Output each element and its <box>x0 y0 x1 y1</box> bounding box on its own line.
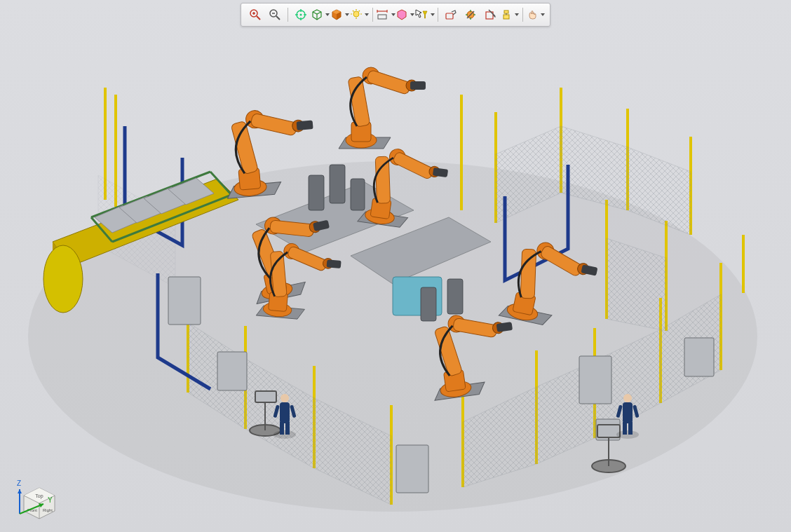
svg-line-40 <box>489 10 495 16</box>
dimension-button[interactable] <box>461 6 480 23</box>
svg-marker-127 <box>18 489 22 493</box>
fence-mesh <box>98 126 721 505</box>
svg-rect-43 <box>504 11 508 13</box>
svg-point-120 <box>250 425 280 436</box>
lighting-icon <box>351 9 362 20</box>
robot-cell <box>168 67 714 493</box>
svg-marker-76 <box>98 175 175 287</box>
svg-marker-69 <box>536 361 595 464</box>
svg-marker-104 <box>351 217 491 284</box>
render-style-icon <box>331 9 342 20</box>
svg-rect-106 <box>330 165 345 203</box>
toolbar-separator <box>288 8 288 22</box>
svg-marker-75 <box>607 238 666 331</box>
toolbar-separator <box>438 8 438 22</box>
chevron-down-icon <box>541 13 545 16</box>
toolbar-separator <box>372 8 373 22</box>
svg-marker-73 <box>561 126 628 210</box>
zoom-out-button[interactable] <box>266 6 284 23</box>
svg-marker-87 <box>168 178 214 205</box>
axis-z-label: Z <box>17 479 21 487</box>
svg-marker-65 <box>188 322 245 429</box>
svg-rect-113 <box>579 356 611 404</box>
svg-rect-115 <box>596 419 620 440</box>
svg-line-82 <box>91 217 112 242</box>
fit-view-button[interactable] <box>292 6 310 23</box>
box-select-button[interactable] <box>396 6 414 23</box>
svg-line-24 <box>359 11 360 12</box>
fixtures <box>309 165 463 321</box>
svg-line-80 <box>91 172 210 217</box>
control-cabinets <box>168 277 714 493</box>
lighting-button[interactable] <box>351 6 369 23</box>
sketch-tool-button[interactable] <box>442 6 460 23</box>
sketch-tool-icon <box>445 9 457 20</box>
chevron-down-icon <box>391 13 396 16</box>
svg-rect-32 <box>446 13 453 19</box>
svg-rect-28 <box>378 15 386 19</box>
chevron-down-icon <box>515 13 519 16</box>
svg-marker-68 <box>463 387 536 487</box>
svg-rect-114 <box>684 338 714 376</box>
chevron-down-icon <box>410 13 414 16</box>
svg-marker-30 <box>416 10 421 18</box>
grab-icon <box>527 9 538 20</box>
svg-marker-70 <box>595 329 661 438</box>
svg-marker-84 <box>95 205 140 233</box>
pointer-filter-icon <box>415 9 428 20</box>
toolbar-separator <box>522 8 523 22</box>
svg-point-18 <box>353 11 359 17</box>
zoom-in-button[interactable] <box>246 6 264 23</box>
svg-rect-42 <box>503 15 509 19</box>
svg-marker-72 <box>496 126 561 223</box>
parts-conveyor <box>43 172 238 313</box>
svg-marker-31 <box>423 11 427 18</box>
svg-rect-110 <box>447 279 463 314</box>
axis-triad[interactable]: Top Front Right Z Y <box>7 472 70 528</box>
explode-button[interactable] <box>501 6 519 23</box>
viewcube-right-label[interactable]: Right <box>43 508 53 512</box>
axis-y-label: Y <box>48 496 53 504</box>
svg-point-12 <box>300 14 302 16</box>
svg-marker-67 <box>314 398 391 505</box>
svg-line-81 <box>112 195 231 242</box>
svg-point-117 <box>592 460 626 472</box>
safety-fence <box>105 88 743 505</box>
section-icon <box>485 9 496 20</box>
viewcube-top-label[interactable]: Top <box>35 493 43 499</box>
chevron-down-icon <box>365 13 369 16</box>
svg-marker-85 <box>119 196 165 223</box>
dimension-icon <box>465 9 476 20</box>
svg-rect-109 <box>421 287 436 321</box>
view-mode-icon <box>311 9 323 20</box>
svg-marker-103 <box>256 182 414 252</box>
svg-rect-119 <box>597 425 620 437</box>
svg-line-1 <box>257 16 260 20</box>
chevron-down-icon <box>431 13 435 16</box>
svg-marker-78 <box>53 242 70 305</box>
cell-gates <box>125 126 568 389</box>
explode-icon <box>501 9 512 20</box>
svg-rect-108 <box>393 277 442 315</box>
zoom-out-icon <box>269 8 281 21</box>
grab-button[interactable] <box>527 6 545 23</box>
svg-marker-29 <box>398 10 406 20</box>
svg-marker-77 <box>53 179 238 266</box>
fit-view-icon <box>295 8 307 21</box>
svg-rect-112 <box>396 445 428 493</box>
svg-marker-86 <box>144 187 189 214</box>
chevron-down-icon <box>345 13 349 16</box>
view-mode-button[interactable] <box>311 6 330 23</box>
svg-line-5 <box>276 16 280 20</box>
measure-icon <box>376 9 388 20</box>
svg-marker-66 <box>245 359 314 468</box>
svg-line-23 <box>353 11 354 12</box>
measure-button[interactable] <box>377 6 395 23</box>
section-button[interactable] <box>481 6 499 23</box>
svg-marker-71 <box>661 294 721 403</box>
3d-viewport[interactable] <box>0 0 791 532</box>
render-style-button[interactable] <box>331 6 349 23</box>
pointer-filter-button[interactable] <box>416 6 434 23</box>
svg-line-83 <box>210 172 231 195</box>
view-toolbar <box>241 3 550 27</box>
